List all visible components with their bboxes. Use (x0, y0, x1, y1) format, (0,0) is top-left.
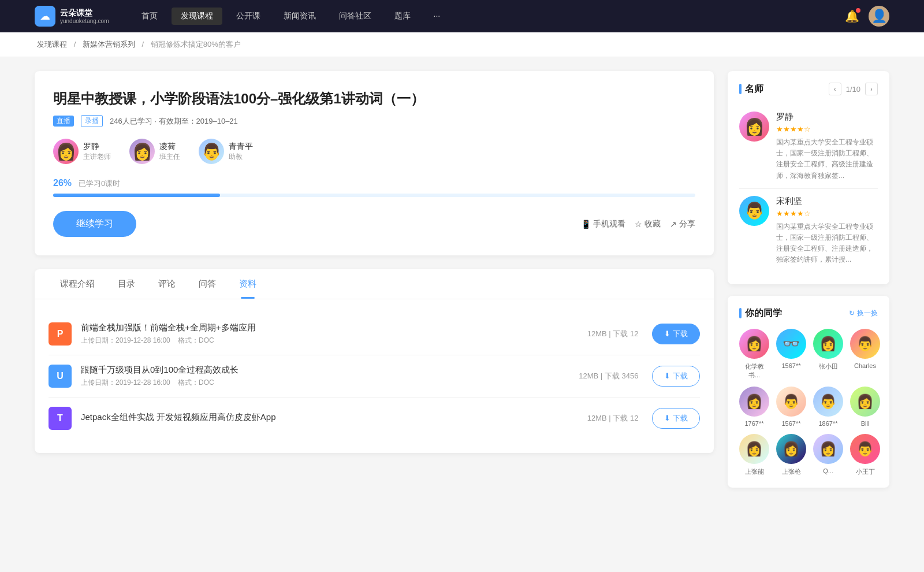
classmate-avatar-10: 👩 (776, 434, 806, 464)
teachers-nav: ‹ 1/10 › (829, 83, 878, 95)
instructor-info-1: 罗静 主讲老师 (83, 142, 111, 162)
classmate-name-10: 上张枪 (782, 467, 801, 476)
classmate-9: 👩 上张能 (739, 434, 769, 476)
resource-info-1: 前端全栈加强版！前端全栈+全周期+多端应用 上传日期：2019-12-28 16… (81, 322, 587, 346)
resource-item-1: P 前端全栈加强版！前端全栈+全周期+多端应用 上传日期：2019-12-28 … (49, 313, 700, 355)
teacher-stars-2: ★★★★☆ (776, 209, 878, 218)
resource-info-3: Jetpack全组件实战 开发短视频应用高仿皮皮虾App (81, 412, 587, 425)
nav-item-discover[interactable]: 发现课程 (172, 8, 222, 25)
classmate-avatar-11: 👩 (813, 434, 843, 464)
teacher-avatar-1: 👩 (739, 112, 769, 142)
teachers-next-button[interactable]: › (865, 83, 878, 95)
course-meta-text: 246人已学习 · 有效期至：2019–10–21 (110, 116, 238, 127)
classmate-7: 👨 1867** (813, 387, 843, 427)
resource-stats-2: 12MB | 下载 3456 (579, 371, 638, 381)
breadcrumb-item-2[interactable]: 新媒体营销系列 (83, 40, 135, 49)
resource-meta-2: 上传日期：2019-12-28 16:00 格式：DOC (81, 378, 579, 388)
resource-title-3: Jetpack全组件实战 开发短视频应用高仿皮皮虾App (81, 412, 587, 423)
classmates-card: 你的同学 ↻ 换一换 👩 化学教书... 👓 1567** 👩 (728, 296, 889, 488)
right-sidebar: 名师 ‹ 1/10 › 👩 罗静 ★★★★☆ 国内某重点大学安全工程专业硕士，国… (728, 71, 889, 499)
resource-title-1: 前端全栈加强版！前端全栈+全周期+多端应用 (81, 322, 587, 333)
resource-item-3: T Jetpack全组件实战 开发短视频应用高仿皮皮虾App 12MB | 下载… (49, 398, 700, 439)
logo[interactable]: ☁ 云朵课堂 yunduoketang.com (35, 6, 109, 27)
teachers-prev-button[interactable]: ‹ (829, 83, 841, 95)
resource-info-2: 跟随千万级项目从0到100全过程高效成长 上传日期：2019-12-28 16:… (81, 365, 579, 388)
star-icon: ☆ (635, 220, 642, 229)
tabs: 课程介绍 目录 评论 问答 资料 (35, 269, 714, 299)
breadcrumb-item-1[interactable]: 发现课程 (37, 40, 67, 49)
instructors: 👩 罗静 主讲老师 👩 凌荷 班主任 (53, 139, 695, 164)
course-title: 明星中教授课，小学阶段语法100分–强化级第1讲动词（一） (53, 90, 695, 108)
nav-item-open[interactable]: 公开课 (227, 8, 270, 25)
classmate-name-9: 上张能 (745, 467, 764, 476)
collect-button[interactable]: ☆ 收藏 (635, 219, 661, 229)
instructor-info-3: 青青平 助教 (229, 142, 253, 162)
classmate-avatar-9: 👩 (739, 434, 769, 464)
tab-qa[interactable]: 问答 (187, 269, 228, 299)
main-content: 明星中教授课，小学阶段语法100分–强化级第1讲动词（一） 直播 录播 246人… (0, 57, 924, 513)
course-meta: 直播 录播 246人已学习 · 有效期至：2019–10–21 (53, 115, 695, 127)
tab-intro[interactable]: 课程介绍 (49, 269, 106, 299)
classmate-11: 👩 Q... (813, 434, 843, 476)
classmate-5: 👩 1767** (739, 387, 769, 427)
instructor-avatar-2: 👩 (129, 139, 155, 164)
tag-live: 直播 (53, 116, 74, 127)
refresh-icon: ↻ (849, 309, 855, 317)
resource-icon-3: T (49, 407, 72, 430)
tab-catalog[interactable]: 目录 (106, 269, 147, 299)
classmate-12: 👨 小王丁 (850, 434, 880, 476)
teacher-avatar-2: 👨 (739, 196, 769, 226)
tab-review[interactable]: 评论 (147, 269, 187, 299)
teacher-info-1: 罗静 ★★★★☆ 国内某重点大学安全工程专业硕士，国家一级注册消防工程师、注册安… (776, 112, 878, 181)
teacher-stars-1: ★★★★☆ (776, 125, 878, 133)
mobile-icon: 📱 (581, 220, 591, 229)
nav-item-more[interactable]: ··· (424, 8, 450, 25)
breadcrumb-item-3: 销冠修炼术搞定80%的客户 (151, 40, 241, 49)
resource-item-2: U 跟随千万级项目从0到100全过程高效成长 上传日期：2019-12-28 1… (49, 355, 700, 398)
classmates-title: 你的同学 (739, 307, 782, 320)
classmate-name-2: 1567** (781, 362, 800, 369)
classmate-avatar-4: 👨 (850, 329, 880, 359)
logo-text: 云朵课堂 yunduoketang.com (60, 8, 109, 24)
instructor-3: 👨 青青平 助教 (199, 139, 253, 164)
logo-icon: ☁ (35, 6, 55, 27)
resource-stats-1: 12MB | 下载 12 (587, 329, 639, 339)
share-button[interactable]: ↗ 分享 (670, 219, 695, 229)
tab-resources[interactable]: 资料 (228, 269, 268, 299)
user-avatar[interactable]: 👤 (869, 6, 889, 27)
instructor-avatar-1: 👩 (53, 139, 79, 164)
teacher-item-1: 👩 罗静 ★★★★☆ 国内某重点大学安全工程专业硕士，国家一级注册消防工程师、注… (739, 105, 878, 189)
classmate-name-5: 1767** (744, 420, 763, 427)
classmate-name-12: 小王丁 (856, 467, 875, 476)
notification-dot (856, 8, 860, 13)
nav-items: 首页 发现课程 公开课 新闻资讯 问答社区 题库 ··· (132, 8, 845, 25)
download-button-1[interactable]: ⬇ 下载 (652, 324, 700, 344)
classmate-6: 👨 1567** (776, 387, 806, 427)
teachers-title: 名师 (739, 83, 763, 95)
download-button-2[interactable]: ⬇ 下载 (652, 366, 700, 387)
teacher-desc-2: 国内某重点大学安全工程专业硕士，国家一级注册消防工程师、注册安全工程师、注册建造… (776, 221, 878, 266)
actions-right: 📱 手机观看 ☆ 收藏 ↗ 分享 (581, 219, 695, 229)
classmate-avatar-6: 👨 (776, 387, 806, 417)
classmates-header: 你的同学 ↻ 换一换 (739, 307, 878, 320)
nav-item-qa[interactable]: 问答社区 (330, 8, 381, 25)
tabs-container: 课程介绍 目录 评论 问答 资料 P 前端全栈加强版！前端全栈+全周期+多端应用… (35, 269, 714, 453)
nav-item-exam[interactable]: 题库 (385, 8, 420, 25)
mobile-view-button[interactable]: 📱 手机观看 (581, 219, 625, 229)
bell-icon[interactable]: 🔔 (845, 9, 859, 23)
nav-item-news[interactable]: 新闻资讯 (274, 8, 325, 25)
teachers-header: 名师 ‹ 1/10 › (739, 83, 878, 95)
download-button-3[interactable]: ⬇ 下载 (652, 408, 700, 429)
nav-item-home[interactable]: 首页 (132, 8, 167, 25)
progress-bar-bg (53, 194, 695, 197)
resource-stats-3: 12MB | 下载 12 (587, 413, 639, 424)
resource-icon-1: P (49, 322, 72, 346)
classmate-2: 👓 1567** (776, 329, 806, 380)
continue-button[interactable]: 继续学习 (53, 211, 136, 237)
course-card: 明星中教授课，小学阶段语法100分–强化级第1讲动词（一） 直播 录播 246人… (35, 71, 714, 255)
tab-content: P 前端全栈加强版！前端全栈+全周期+多端应用 上传日期：2019-12-28 … (35, 299, 714, 453)
resource-icon-2: U (49, 365, 72, 388)
refresh-classmates-button[interactable]: ↻ 换一换 (849, 309, 878, 318)
teacher-item-2: 👨 宋利坚 ★★★★☆ 国内某重点大学安全工程专业硕士，国家一级注册消防工程师、… (739, 189, 878, 273)
teacher-desc-1: 国内某重点大学安全工程专业硕士，国家一级注册消防工程师、注册安全工程师、高级注册… (776, 137, 878, 181)
